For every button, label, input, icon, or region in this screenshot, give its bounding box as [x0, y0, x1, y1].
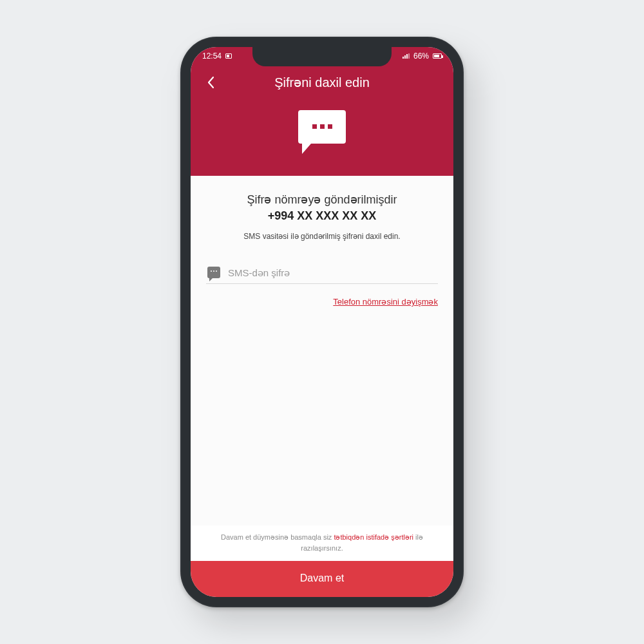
svg-rect-0: [312, 124, 317, 129]
signal-icon: [402, 53, 410, 59]
change-phone-link[interactable]: Telefon nömrəsini dəyişmək: [206, 297, 438, 307]
app-header: Şifrəni daxil edin: [191, 65, 453, 176]
continue-button[interactable]: Davam et: [191, 561, 453, 597]
sms-icon: [207, 267, 220, 278]
page-title: Şifrəni daxil edin: [200, 75, 444, 90]
window-icon: [225, 53, 232, 59]
terms-text: Davam et düyməsinə basmaqla siz tətbiqdə…: [191, 526, 453, 561]
status-time: 12:54: [202, 52, 222, 61]
footer: Davam et düyməsinə basmaqla siz tətbiqdə…: [191, 526, 453, 597]
sent-message-label: Şifrə nömrəyə göndərilmişdir: [206, 193, 438, 207]
phone-number-label: +994 XX XXX XX XX: [206, 209, 438, 223]
status-battery-text: 66%: [413, 52, 429, 61]
terms-prefix: Davam et düyməsinə basmaqla siz: [221, 533, 334, 541]
screen: 12:54 66% Şifrəni daxil edin: [191, 47, 453, 597]
svg-rect-2: [328, 124, 332, 129]
phone-frame: 12:54 66% Şifrəni daxil edin: [180, 37, 464, 607]
svg-rect-1: [320, 124, 325, 129]
sms-code-input[interactable]: [228, 267, 437, 278]
terms-link[interactable]: tətbiqdən istifadə şərtləri: [334, 533, 413, 541]
sms-hero-icon: [297, 108, 347, 158]
instruction-label: SMS vasitəsi ilə göndərilmiş şifrəni dax…: [206, 232, 438, 241]
battery-icon: [433, 53, 442, 59]
content-area: Şifrə nömrəyə göndərilmişdir +994 XX XXX…: [191, 176, 453, 526]
device-notch: [252, 47, 392, 66]
sms-code-field-row: [206, 267, 438, 284]
